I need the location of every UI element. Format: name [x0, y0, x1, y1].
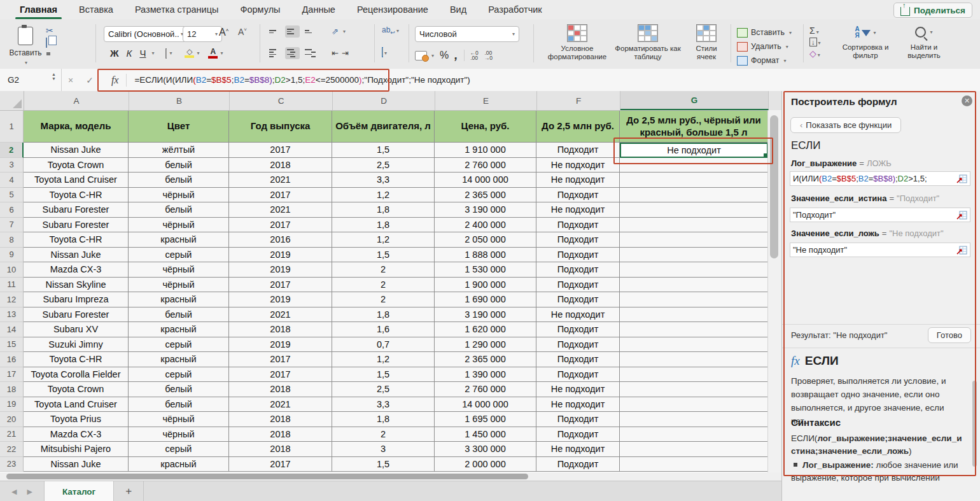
tab-Вид[interactable]: Вид [439, 1, 477, 19]
cell[interactable]: 3 190 000 [435, 307, 536, 323]
cell[interactable]: Подходит [536, 367, 620, 383]
cell[interactable]: Toyota C-HR [24, 232, 129, 248]
cell[interactable] [620, 188, 768, 203]
cell[interactable]: 2 [332, 262, 435, 278]
tab-Главная[interactable]: Главная [9, 1, 68, 19]
cell[interactable] [620, 352, 768, 367]
enter-icon[interactable]: ✓ [86, 75, 94, 85]
tab-Формулы[interactable]: Формулы [229, 1, 291, 19]
italic-button[interactable]: К [123, 48, 136, 59]
row-header-23[interactable]: 23 [0, 457, 24, 472]
cell[interactable]: 1,8 [332, 218, 435, 233]
cell[interactable]: 1 910 000 [435, 143, 536, 158]
row-header-8[interactable]: 8 [0, 232, 24, 248]
cell[interactable]: 1 900 000 [435, 278, 536, 293]
cell[interactable]: 1,8 [332, 202, 435, 218]
row-header-2[interactable]: 2 [0, 143, 24, 158]
cell[interactable]: 2017 [229, 367, 332, 383]
cell[interactable]: 2 [332, 427, 435, 442]
cell[interactable]: Nissan Juke [24, 248, 129, 263]
range-selector-icon[interactable] [956, 211, 967, 220]
decrease-indent-button[interactable]: ⇤ [332, 48, 339, 58]
cell[interactable]: Toyota Land Cruiser [24, 397, 129, 413]
cell[interactable]: красный [129, 232, 229, 248]
vertical-scrollbar-thumb[interactable] [770, 115, 778, 258]
cell[interactable]: 2 [332, 278, 435, 293]
cell[interactable] [620, 232, 768, 248]
cell[interactable]: Toyota Crown [24, 382, 129, 397]
cell[interactable]: Подходит [536, 352, 620, 367]
cell[interactable]: чёрный [129, 412, 229, 427]
cell[interactable]: Mitsubishi Pajero [24, 442, 129, 457]
cell[interactable]: 2018 [229, 322, 332, 337]
column-header-E[interactable]: E [435, 91, 537, 110]
cell[interactable]: Не подходит [536, 202, 620, 218]
cell[interactable]: чёрный [129, 262, 229, 278]
cut-button[interactable]: ✂ [46, 25, 53, 36]
range-selector-icon[interactable] [956, 174, 967, 183]
cell[interactable]: 1 390 000 [435, 367, 536, 383]
cell[interactable]: Nissan Juke [24, 143, 129, 158]
sheet-tab-katalog[interactable]: Каталог [44, 481, 114, 501]
merge-center-button[interactable]: ▾ [382, 48, 387, 57]
cell[interactable]: Toyota Corolla Fielder [24, 367, 129, 383]
row-header-12[interactable]: 12 [0, 292, 24, 307]
decrease-decimal-button[interactable]: .00→0 [484, 50, 493, 60]
cell[interactable]: 2017 [229, 457, 332, 472]
cell[interactable]: 2,5 [332, 158, 435, 173]
row-header-22[interactable]: 22 [0, 442, 24, 457]
cell[interactable]: 2018 [229, 158, 332, 173]
cell[interactable]: Toyota Crown [24, 158, 129, 173]
cell[interactable]: чёрный [129, 278, 229, 293]
cell[interactable]: Подходит [536, 218, 620, 233]
tab-Рецензирование[interactable]: Рецензирование [346, 1, 439, 19]
column-header-G[interactable]: G [620, 91, 769, 110]
decrease-font-button[interactable]: A˅ [238, 27, 247, 37]
cell[interactable]: 1 530 000 [435, 262, 536, 278]
copy-button[interactable]: ▾ [46, 38, 51, 47]
row-header-9[interactable]: 9 [0, 248, 24, 263]
cell[interactable]: 2018 [229, 382, 332, 397]
cell[interactable]: Toyota Land Cruiser [24, 173, 129, 188]
cell[interactable]: Подходит [536, 292, 620, 307]
cell[interactable] [620, 218, 768, 233]
cell[interactable] [620, 158, 768, 173]
cell[interactable]: Подходит [536, 322, 620, 337]
fill-color-button[interactable]: ◇ [185, 48, 194, 58]
header-cell[interactable]: Цвет [129, 111, 229, 143]
cell[interactable]: Не подходит [536, 173, 620, 188]
cell[interactable]: 2 400 000 [435, 218, 536, 233]
conditional-formatting-button[interactable]: Условное форматирование [542, 24, 612, 61]
cell[interactable]: Toyota Prius [24, 412, 129, 427]
row-header-20[interactable]: 20 [0, 412, 24, 427]
cell[interactable] [620, 397, 768, 413]
row-header-3[interactable]: 3 [0, 158, 24, 173]
cell[interactable]: Subaru XV [24, 322, 129, 337]
header-cell[interactable]: До 2,5 млн руб. [536, 111, 620, 143]
row-header-21[interactable]: 21 [0, 427, 24, 442]
cell[interactable]: жёлтый [129, 143, 229, 158]
cell[interactable]: чёрный [129, 218, 229, 233]
cell[interactable]: Subaru Forester [24, 202, 129, 218]
cell[interactable]: серый [129, 337, 229, 353]
cell[interactable]: Подходит [536, 278, 620, 293]
cell[interactable] [620, 457, 768, 472]
cell[interactable]: Subaru Impreza [24, 292, 129, 307]
cell[interactable] [620, 262, 768, 278]
cell[interactable]: белый [129, 307, 229, 323]
cell[interactable]: красный [129, 292, 229, 307]
header-cell[interactable]: Цена, руб. [435, 111, 536, 143]
cell[interactable] [620, 382, 768, 397]
cell[interactable]: 1,2 [332, 232, 435, 248]
cell[interactable]: Subaru Forester [24, 307, 129, 323]
cell[interactable]: 1,2 [332, 352, 435, 367]
borders-button[interactable] [165, 49, 167, 58]
horizontal-scrollbar-thumb[interactable] [6, 474, 528, 479]
cell[interactable]: 2018 [229, 412, 332, 427]
cell[interactable]: 1,2 [332, 188, 435, 203]
row-header-18[interactable]: 18 [0, 382, 24, 397]
cell[interactable]: Не подходит [536, 158, 620, 173]
help-scrollbar-thumb[interactable] [972, 381, 977, 467]
column-header-B[interactable]: B [129, 91, 230, 110]
vertical-scrollbar[interactable] [767, 110, 781, 472]
